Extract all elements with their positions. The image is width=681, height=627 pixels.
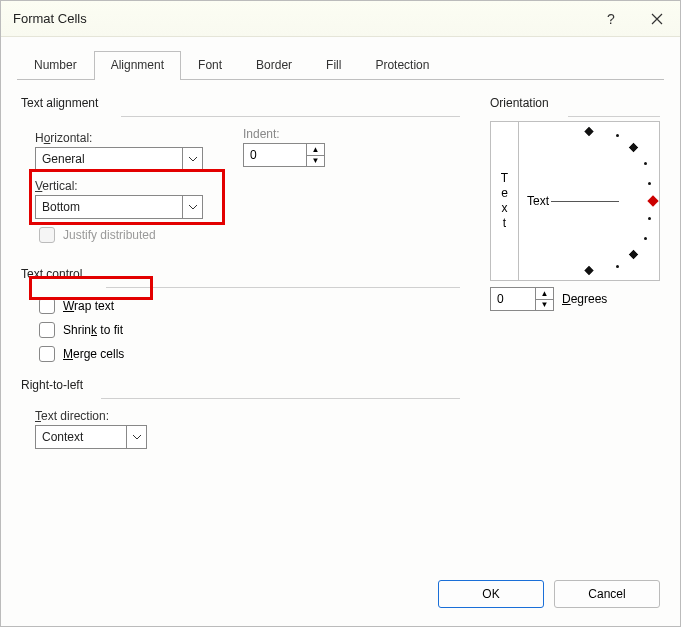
close-icon [651,13,663,25]
combo-vertical-value: Bottom [36,200,182,214]
ok-button[interactable]: OK [438,580,544,608]
orientation-tick-icon [629,250,639,260]
spinner-indent[interactable]: 0 ▲ ▼ [243,143,325,167]
label-text-direction: Text direction: [35,409,460,423]
orientation-tick-dot [644,237,647,240]
spinner-up-icon[interactable]: ▲ [307,144,324,156]
orientation-tick-dot [648,217,651,220]
alignment-panel: Text alignment Horizontal: General Verti… [1,80,680,570]
orientation-dial-line [551,201,619,202]
checkbox-icon [39,298,55,314]
spinner-degrees[interactable]: 0 ▲ ▼ [490,287,554,311]
group-rtl: Right-to-left [21,378,460,392]
spinner-degrees-value: 0 [491,288,535,310]
orientation-tick-icon [629,143,639,153]
orientation-tick-icon [584,127,594,137]
orientation-tick-dot [644,162,647,165]
checkbox-icon [39,346,55,362]
combo-horizontal-value: General [36,152,182,166]
cancel-button[interactable]: Cancel [554,580,660,608]
label-horizontal: Horizontal: [35,131,203,145]
help-button[interactable]: ? [588,1,634,37]
close-button[interactable] [634,1,680,37]
spinner-up-icon[interactable]: ▲ [536,288,553,300]
orientation-dial-label: Text [527,194,549,208]
footer: OK Cancel [1,570,680,626]
orientation-tick-icon [584,266,594,276]
degrees-row: 0 ▲ ▼ Degrees [490,287,660,311]
dialog-title: Format Cells [13,11,588,26]
tab-border[interactable]: Border [239,51,309,80]
checkbox-icon [39,227,55,243]
label-degrees: Degrees [562,292,607,306]
checkbox-wrap-text[interactable]: Wrap text [39,298,460,314]
chevron-down-icon [182,148,202,170]
orientation-tick-dot [648,182,651,185]
checkbox-shrink-to-fit[interactable]: Shrink to fit [39,322,460,338]
spinner-down-icon[interactable]: ▼ [307,156,324,167]
checkbox-justify-distributed: Justify distributed [39,227,203,243]
label-indent: Indent: [243,127,325,141]
svg-rect-1 [584,266,594,276]
orientation-tick-dot [616,134,619,137]
orientation-dial[interactable]: Text [519,122,659,280]
spinner-indent-value: 0 [244,144,306,166]
orientation-control[interactable]: T e x t Text [490,121,660,281]
group-text-control: Text control [21,267,460,281]
tab-number[interactable]: Number [17,51,94,80]
combo-horizontal[interactable]: General [35,147,203,171]
group-text-alignment: Text alignment [21,96,460,110]
tab-font[interactable]: Font [181,51,239,80]
label-vertical: Vertical: [35,179,203,193]
orientation-tick-dot [616,265,619,268]
svg-rect-3 [629,250,639,260]
tab-bar: Number Alignment Font Border Fill Protec… [1,37,680,79]
svg-rect-2 [629,143,639,153]
orientation-vertical-text[interactable]: T e x t [491,122,519,280]
chevron-down-icon [126,426,146,448]
format-cells-dialog: Format Cells ? Number Alignment Font Bor… [0,0,681,627]
spinner-down-icon[interactable]: ▼ [536,300,553,311]
combo-text-direction-value: Context [36,430,126,444]
svg-rect-0 [584,127,594,137]
right-column: Orientation T e x t Text [490,94,660,570]
group-orientation: Orientation [490,96,660,110]
chevron-down-icon [182,196,202,218]
left-column: Text alignment Horizontal: General Verti… [21,94,460,570]
tab-fill[interactable]: Fill [309,51,358,80]
checkbox-icon [39,322,55,338]
tab-protection[interactable]: Protection [358,51,446,80]
orientation-dial-handle[interactable] [647,195,658,206]
tab-alignment[interactable]: Alignment [94,51,181,80]
checkbox-merge-cells[interactable]: Merge cells [39,346,460,362]
combo-vertical[interactable]: Bottom [35,195,203,219]
titlebar: Format Cells ? [1,1,680,37]
combo-text-direction[interactable]: Context [35,425,147,449]
